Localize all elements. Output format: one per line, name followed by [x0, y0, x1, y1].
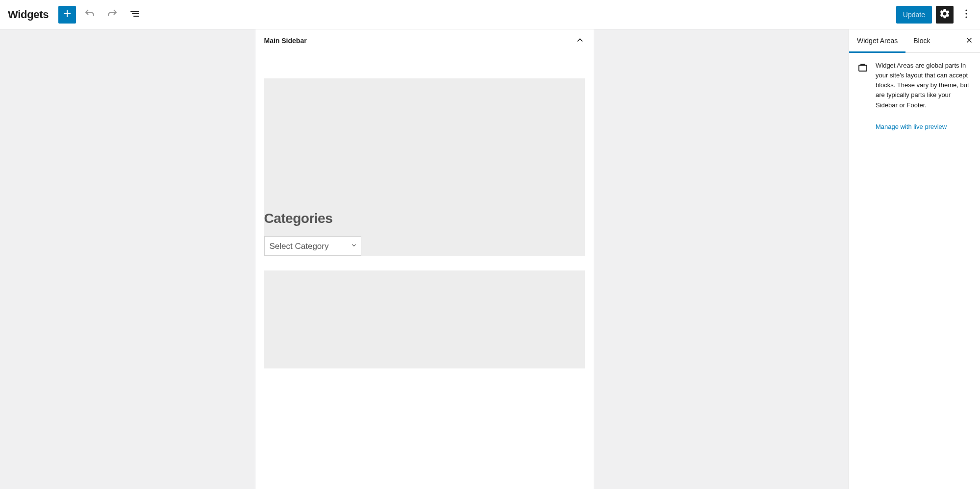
widget-areas-info: Widget Areas are global parts in your si… — [857, 61, 972, 132]
placeholder-spacer — [264, 78, 585, 211]
canvas-scroll[interactable]: Main Sidebar Categories Select Category — [0, 29, 849, 489]
page-title: Widgets — [8, 8, 49, 21]
sidebar-content: Widget Areas are global parts in your si… — [849, 53, 980, 140]
update-button[interactable]: Update — [896, 6, 932, 24]
tab-widget-areas[interactable]: Widget Areas — [849, 30, 905, 53]
more-vertical-icon — [960, 8, 972, 21]
widget-block-placeholder[interactable]: Categories Select Category — [264, 78, 585, 256]
close-icon — [965, 36, 974, 46]
list-view-icon — [129, 8, 141, 21]
close-settings-button[interactable] — [960, 32, 978, 50]
undo-button[interactable] — [81, 6, 99, 24]
header-left-group: Widgets — [8, 6, 144, 24]
categories-heading: Categories — [264, 211, 585, 226]
widget-area-main-sidebar: Main Sidebar Categories Select Category — [255, 29, 594, 489]
redo-button[interactable] — [103, 6, 121, 24]
list-view-button[interactable] — [126, 6, 144, 24]
editor-header: Widgets Update — [0, 0, 980, 29]
redo-icon — [106, 8, 118, 21]
svg-point-0 — [965, 9, 967, 11]
block-inserter-button[interactable] — [58, 6, 76, 24]
options-button[interactable] — [957, 6, 975, 24]
category-select-wrapper: Select Category — [264, 236, 361, 256]
settings-sidebar: Widget Areas Block Widget Areas are glob… — [849, 29, 980, 489]
widget-areas-icon — [857, 62, 869, 73]
widget-block-placeholder-2[interactable] — [264, 270, 585, 368]
widget-area-header[interactable]: Main Sidebar — [255, 29, 594, 52]
svg-rect-3 — [859, 65, 867, 71]
gear-icon — [939, 8, 951, 21]
chevron-up-icon — [575, 35, 585, 47]
sidebar-tabs: Widget Areas Block — [849, 29, 980, 53]
widget-areas-text-block: Widget Areas are global parts in your si… — [876, 61, 972, 132]
plus-icon — [61, 8, 73, 21]
undo-icon — [84, 8, 96, 21]
editor-canvas: Main Sidebar Categories Select Category — [0, 29, 849, 489]
tab-block[interactable]: Block — [905, 30, 938, 53]
category-select[interactable]: Select Category — [264, 236, 361, 256]
widget-areas-description: Widget Areas are global parts in your si… — [876, 62, 969, 109]
settings-button[interactable] — [936, 6, 954, 24]
categories-widget: Categories Select Category — [264, 211, 585, 256]
svg-point-1 — [965, 13, 967, 14]
widget-area-body: Categories Select Category — [255, 52, 594, 377]
manage-live-preview-link[interactable]: Manage with live preview — [876, 122, 947, 132]
header-right-group: Update — [896, 6, 975, 24]
svg-point-2 — [965, 16, 967, 18]
widget-area-title: Main Sidebar — [264, 37, 307, 45]
workspace: Main Sidebar Categories Select Category — [0, 29, 980, 489]
